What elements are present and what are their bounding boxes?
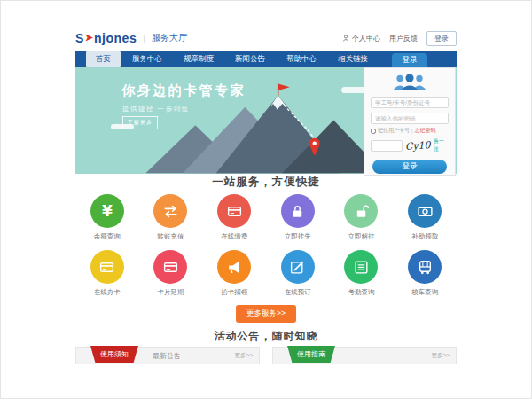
services-section-title: 一站服务，方便快捷 [75, 175, 457, 190]
megaphone-icon [226, 259, 243, 276]
user-guide-ribbon-tab[interactable]: 使用指南 [287, 346, 335, 363]
service-report-loss[interactable]: 立即挂失 [266, 190, 330, 246]
notice-panel: 使用须知 最新公告 更多>> [75, 347, 260, 364]
nav-item-regulations[interactable]: 规章制度 [174, 51, 223, 67]
service-attendance-inquiry[interactable]: 考勤查询 [330, 246, 394, 301]
hero-title: 你身边的卡管专家 [121, 82, 246, 99]
service-balance-inquiry[interactable]: ¥ 余额查询 [75, 190, 139, 246]
remember-label: 记住用户卡号 [378, 127, 410, 135]
service-card-extension[interactable]: 卡片延期 [139, 246, 203, 301]
forgot-password-link[interactable]: 忘记密码 [415, 127, 436, 135]
service-subsidy-collection[interactable]: 补助领取 [393, 190, 457, 246]
synjones-logo[interactable]: S ➤ njones | 服务大厅 [75, 31, 187, 45]
captcha-row: Cy10 换一张 [371, 137, 449, 153]
nav-item-help-center[interactable]: 帮助中心 [277, 51, 326, 67]
service-online-booking[interactable]: 在线预订 [266, 246, 330, 301]
nav-item-news[interactable]: 新闻公告 [225, 51, 275, 67]
bus-icon [417, 259, 434, 276]
services-grid: ¥ 余额查询 转账充值 在线缴费 [75, 190, 457, 301]
login-options: 记住用户卡号 | 忘记密码 [371, 127, 449, 135]
nav-item-service-center[interactable]: 服务中心 [122, 51, 172, 67]
captcha-refresh-link[interactable]: 换一张 [434, 137, 449, 153]
site-name: 服务大厅 [152, 32, 187, 44]
edit-icon [289, 259, 306, 276]
service-transfer-recharge[interactable]: 转账充值 [139, 190, 203, 246]
service-school-bus-inquiry[interactable]: 校车查询 [393, 246, 457, 301]
lock-closed-icon [289, 203, 306, 220]
options-separator: | [411, 129, 413, 134]
yen-icon: ¥ [102, 202, 113, 220]
guide-panel: 使用指南 更多>> [272, 347, 457, 364]
logo-arrow-icon: ➤ [85, 32, 93, 43]
page: S ➤ njones | 服务大厅 个人中心 用户反馈 登录 首页 服务中心 规… [0, 0, 532, 399]
login-submit-button[interactable]: 登录 [372, 160, 447, 174]
list-icon [353, 259, 370, 276]
notice-panel-header: 使用须知 最新公告 更多>> [75, 347, 260, 364]
logo-text-rest: njones [94, 31, 137, 45]
logo-text-first: S [75, 31, 84, 45]
usage-notice-ribbon-tab[interactable]: 使用须知 [90, 346, 138, 363]
announcement-panels: 使用须知 最新公告 更多>> 使用指南 更多>> [75, 347, 457, 364]
person-icon [342, 35, 349, 42]
password-input[interactable] [371, 113, 449, 124]
bank-card-icon [226, 203, 243, 220]
group-icon [371, 73, 449, 92]
login-form: 记住用户卡号 | 忘记密码 Cy10 换一张 登录 [364, 67, 456, 176]
header-login-button[interactable]: 登录 [426, 31, 457, 46]
top-header: S ➤ njones | 服务大厅 个人中心 用户反馈 登录 [75, 27, 457, 50]
hero-cta-button[interactable]: 了解更多 [122, 116, 158, 129]
service-online-payment[interactable]: 在线缴费 [202, 190, 266, 246]
header-links: 个人中心 用户反馈 登录 [342, 31, 457, 46]
guide-panel-header: 使用指南 更多>> [272, 347, 457, 364]
username-input[interactable] [371, 97, 449, 108]
remember-checkbox[interactable] [371, 129, 376, 134]
personal-center-link[interactable]: 个人中心 [342, 34, 380, 43]
user-feedback-link[interactable]: 用户反馈 [389, 34, 418, 43]
service-found-card-claim[interactable]: 拾卡招领 [202, 246, 266, 301]
notice-more-link[interactable]: 更多>> [234, 352, 253, 360]
transfer-arrows-icon [162, 203, 179, 220]
hero-subtitle: 提供捷径 一步到位 [122, 105, 190, 113]
logo-divider: | [143, 33, 145, 43]
captcha-image: Cy10 [405, 139, 431, 153]
bank-card-icon [162, 259, 179, 276]
login-tab[interactable]: 登录 [392, 53, 427, 67]
bank-card-icon [98, 259, 115, 276]
nav-item-home[interactable]: 首页 [86, 51, 121, 67]
service-cancel-loss[interactable]: 立即解挂 [330, 190, 394, 246]
latest-announcements-tab[interactable]: 最新公告 [153, 351, 181, 361]
more-services-button[interactable]: 更多服务>> [236, 305, 296, 323]
login-panel: 登录 记住用户卡号 | 忘记密码 [364, 53, 456, 176]
banknote-icon [417, 203, 434, 220]
lock-open-icon [353, 203, 370, 220]
announcements-section-title: 活动公告，随时知晓 [75, 329, 457, 344]
service-online-card-application[interactable]: 在线办卡 [75, 246, 139, 301]
guide-more-link[interactable]: 更多>> [431, 352, 450, 360]
captcha-input[interactable] [371, 140, 403, 152]
